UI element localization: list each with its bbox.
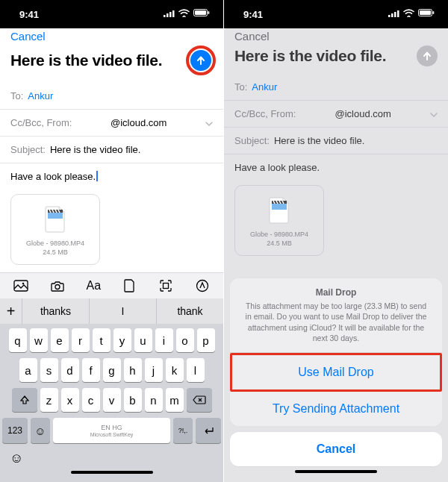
key-q[interactable]: q	[9, 328, 27, 352]
svg-point-10	[22, 283, 25, 285]
cellular-signal-icon	[164, 10, 175, 17]
keyboard-row-1: qwertyuiop	[2, 328, 221, 352]
wifi-icon	[403, 9, 414, 17]
shift-key[interactable]	[12, 388, 37, 412]
to-value: Ankur	[252, 81, 277, 93]
svg-rect-9	[14, 281, 28, 291]
key-k[interactable]: k	[166, 358, 184, 382]
key-x[interactable]: x	[61, 388, 79, 412]
camera-icon[interactable]	[49, 278, 66, 294]
message-body: Have a look please.	[224, 154, 448, 178]
from-value: @icloud.com	[335, 108, 391, 119]
key-y[interactable]: y	[113, 328, 131, 352]
suggestion-word[interactable]: I	[90, 298, 157, 324]
key-s[interactable]: s	[40, 358, 58, 382]
key-l[interactable]: l	[187, 358, 205, 382]
key-t[interactable]: t	[93, 328, 111, 352]
home-indicator[interactable]	[295, 470, 377, 473]
ccbcc-field[interactable]: Cc/Bcc, From: @icloud.com	[0, 110, 223, 137]
key-z[interactable]: z	[40, 388, 58, 412]
action-sheet-cancel-button[interactable]: Cancel	[230, 432, 442, 467]
to-label: To:	[10, 90, 23, 101]
key-d[interactable]: d	[61, 358, 79, 382]
ccbcc-label: Cc/Bcc, From:	[234, 108, 296, 119]
message-body[interactable]: Have a look please.	[0, 163, 223, 187]
send-button[interactable]	[190, 50, 211, 71]
text-format-icon[interactable]: Aa	[85, 278, 102, 294]
key-b[interactable]: b	[124, 388, 142, 412]
chevron-down-icon	[205, 117, 213, 128]
suggestion-word[interactable]: thanks	[22, 298, 90, 324]
return-key[interactable]	[196, 418, 221, 443]
svg-rect-0	[164, 15, 166, 17]
svg-rect-14	[388, 15, 391, 17]
chevron-down-icon	[430, 108, 438, 119]
to-label: To:	[234, 81, 247, 93]
keyboard-row-3-letters: zxcvbnm	[40, 388, 184, 412]
subject-label: Subject:	[10, 144, 46, 155]
send-button-disabled	[417, 46, 438, 66]
space-key[interactable]: EN HG Microsoft SwiftKey	[53, 418, 170, 443]
text-caret	[96, 171, 98, 181]
photo-library-icon[interactable]	[13, 278, 29, 294]
svg-rect-1	[167, 13, 169, 17]
emoji-key[interactable]: ☺	[31, 418, 50, 443]
status-icons	[388, 9, 435, 17]
phone-right-maildrop: 9:41 Cancel Here is the video file. To: …	[224, 0, 448, 482]
use-mail-drop-highlight: Use Mail Drop	[230, 353, 442, 392]
key-m[interactable]: m	[166, 388, 184, 412]
compose-title: Here is the video file.	[10, 51, 162, 69]
key-c[interactable]: c	[82, 388, 100, 412]
battery-icon	[193, 9, 210, 17]
ccbcc-label: Cc/Bcc, From:	[10, 117, 72, 128]
attachment-size: 24.5 MB	[17, 248, 93, 257]
key-o[interactable]: o	[176, 328, 194, 352]
video-file-icon	[268, 196, 290, 225]
backspace-key[interactable]	[187, 388, 212, 412]
to-value: Ankur	[28, 90, 53, 101]
use-mail-drop-button[interactable]: Use Mail Drop	[232, 355, 440, 389]
key-p[interactable]: p	[197, 328, 215, 352]
action-sheet-title: Mail Drop	[242, 287, 430, 298]
key-u[interactable]: u	[134, 328, 152, 352]
suggestion-word[interactable]: thank	[157, 298, 223, 324]
key-g[interactable]: g	[103, 358, 121, 382]
key-h[interactable]: h	[124, 358, 142, 382]
keyboard-suggestions: + thanks I thank	[0, 298, 223, 324]
subject-value: Here is the video file.	[50, 144, 140, 155]
key-v[interactable]: v	[103, 388, 121, 412]
subject-label: Subject:	[234, 135, 270, 146]
punct-key[interactable]: ?!,.	[173, 418, 193, 443]
phone-left-compose: 9:41 Cancel Here is the video file. To: …	[0, 0, 224, 482]
suggestion-plus[interactable]: +	[0, 298, 22, 324]
key-f[interactable]: f	[82, 358, 100, 382]
key-i[interactable]: i	[155, 328, 173, 352]
svg-rect-2	[169, 12, 172, 17]
video-file-icon	[44, 205, 66, 234]
attachment-size: 24.5 MB	[241, 240, 317, 248]
attachment-card: Globe - 98980.MP4 24.5 MB	[234, 185, 324, 256]
key-w[interactable]: w	[30, 328, 48, 352]
document-icon[interactable]	[122, 278, 138, 294]
markup-icon[interactable]	[194, 278, 211, 294]
attachment-card[interactable]: Globe - 98980.MP4 24.5 MB	[10, 194, 100, 265]
compose-sheet: Cancel Here is the video file. To: Ankur…	[0, 22, 223, 482]
svg-rect-5	[195, 10, 206, 15]
key-r[interactable]: r	[72, 328, 90, 352]
try-sending-attachment-button[interactable]: Try Sending Attachment	[230, 392, 442, 426]
key-e[interactable]: e	[51, 328, 69, 352]
emoji-picker-icon[interactable]: ☺	[10, 451, 23, 466]
scan-icon[interactable]	[158, 278, 174, 294]
battery-icon	[418, 9, 435, 17]
numeric-key[interactable]: 123	[2, 418, 28, 443]
from-value: @icloud.com	[111, 117, 167, 128]
body-text: Have a look please.	[234, 162, 320, 173]
subject-field[interactable]: Subject: Here is the video file.	[0, 137, 223, 163]
to-field[interactable]: To: Ankur	[0, 83, 223, 110]
cancel-button[interactable]: Cancel	[10, 30, 46, 43]
key-n[interactable]: n	[145, 388, 163, 412]
key-j[interactable]: j	[145, 358, 163, 382]
home-indicator[interactable]	[71, 471, 153, 474]
cancel-button: Cancel	[234, 30, 270, 43]
key-a[interactable]: a	[19, 358, 37, 382]
